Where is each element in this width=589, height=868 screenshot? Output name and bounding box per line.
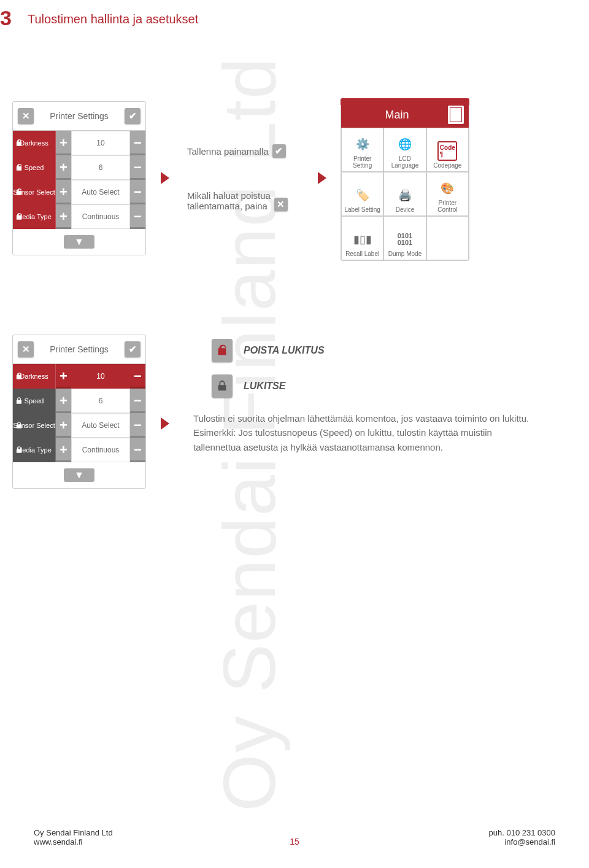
plus-button[interactable]: + xyxy=(56,131,71,155)
instruction-line2: tallentamatta, paina xyxy=(187,201,271,211)
close-icon xyxy=(274,198,288,211)
tile-device[interactable]: 🖨️Device xyxy=(383,172,426,216)
label-text: Darkness xyxy=(20,373,48,380)
device-icon: 🖨️ xyxy=(395,185,415,205)
setting-value: 10 xyxy=(71,131,130,155)
plus-button[interactable]: + xyxy=(56,155,71,180)
tile-dump-mode[interactable]: 01010101Dump Mode xyxy=(383,216,426,260)
printer-settings-panel-1: Printer Settings Darkness + 10 − Speed +… xyxy=(12,101,146,255)
main-menu-panel: Main ⚙️Printer Setting 🌐LCD Language Cod… xyxy=(341,101,469,261)
barcode-icon: ▮▯▮ xyxy=(353,230,372,249)
setting-value: Continuous xyxy=(71,438,130,462)
page-number: 15 xyxy=(290,837,299,847)
section-number: 3 xyxy=(0,6,12,30)
instruction-line1: Mikäli haluat poistua xyxy=(187,190,271,201)
lock-indicator: LUKITSE xyxy=(212,374,285,398)
tile-printer-setting[interactable]: ⚙️Printer Setting xyxy=(341,128,383,172)
plus-button[interactable]: + xyxy=(56,180,71,204)
minus-button[interactable]: − xyxy=(130,364,145,389)
label-text: Darkness xyxy=(20,139,48,147)
tile-label: Dump Mode xyxy=(388,250,422,257)
confirm-button[interactable] xyxy=(125,341,141,357)
main-title: Main xyxy=(346,109,448,122)
color-wheel-icon: 🎨 xyxy=(437,179,457,198)
confirm-button[interactable] xyxy=(125,108,141,124)
explanation-text: Tulostin ei suorita ohjelman lähettämää … xyxy=(193,411,540,454)
minus-button[interactable]: − xyxy=(130,155,145,180)
close-button[interactable] xyxy=(18,341,34,357)
gear-globe-icon: ⚙️ xyxy=(353,134,372,154)
plus-button[interactable]: + xyxy=(56,389,71,413)
panel-title: Printer Settings xyxy=(34,344,125,354)
barcode-icon: 🏷️ xyxy=(353,185,372,205)
lock-label: LUKITSE xyxy=(244,381,285,392)
arrow-right-icon xyxy=(318,172,326,184)
plus-button[interactable]: + xyxy=(56,413,71,438)
tile-label-setting[interactable]: 🏷️Label Setting xyxy=(341,172,383,216)
setting-row-darkness: Darkness + 10 − xyxy=(13,131,145,155)
unlock-icon xyxy=(15,188,23,196)
plus-button[interactable]: + xyxy=(56,364,71,389)
tile-printer-control[interactable]: 🎨Printer Control xyxy=(426,172,469,216)
setting-label: Sensor Select xyxy=(13,413,56,438)
setting-value: 6 xyxy=(71,389,130,413)
lock-card xyxy=(212,374,233,398)
setting-label: Media Type xyxy=(13,204,56,229)
code-icon: Code¶ xyxy=(437,141,457,161)
label-text: Speed xyxy=(25,397,44,405)
instruction-text: Tallenna painamalla xyxy=(187,146,269,157)
lock-icon xyxy=(15,421,23,430)
binary-icon: 01010101 xyxy=(395,230,415,249)
minus-button[interactable]: − xyxy=(130,438,145,462)
plus-button[interactable]: + xyxy=(56,438,71,462)
tile-recall-label[interactable]: ▮▯▮Recall Label xyxy=(341,216,383,260)
main-header: Main xyxy=(341,102,469,128)
tile-lcd-language[interactable]: 🌐LCD Language xyxy=(383,128,426,172)
unlock-label: POISTA LUKITUS xyxy=(244,345,325,356)
setting-value: 6 xyxy=(71,155,130,180)
minus-button[interactable]: − xyxy=(130,204,145,229)
setting-value: Auto Select xyxy=(71,413,130,438)
setting-value: 10 xyxy=(71,364,130,389)
setting-label: Speed xyxy=(13,389,56,413)
minus-button[interactable]: − xyxy=(130,131,145,155)
plus-button[interactable]: + xyxy=(56,204,71,229)
setting-label: Speed xyxy=(13,155,56,180)
setting-row-media: Media Type + Continuous − xyxy=(13,438,145,462)
tile-label: Codepage xyxy=(433,162,461,169)
scroll-down-button[interactable] xyxy=(64,235,94,249)
setting-row-media: Media Type + Continuous − xyxy=(13,204,145,229)
tile-label: Label Setting xyxy=(344,206,380,213)
setting-row-speed: Speed + 6 − xyxy=(13,155,145,180)
setting-row-sensor: Sensor Select + Auto Select − xyxy=(13,413,145,438)
close-button[interactable] xyxy=(18,108,34,124)
minus-button[interactable]: − xyxy=(130,180,145,204)
arrow-right-icon xyxy=(161,172,169,184)
minus-button[interactable]: − xyxy=(130,389,145,413)
globe-icon: 🌐 xyxy=(395,134,415,154)
tile-empty xyxy=(426,216,469,260)
panel-footer xyxy=(13,462,145,488)
cancel-instruction: Mikäli haluat poistua tallentamatta, pai… xyxy=(187,190,288,211)
tile-label: Device xyxy=(396,206,415,213)
printer-settings-panel-2: Printer Settings Darkness + 10 − Speed +… xyxy=(12,335,146,489)
check-icon xyxy=(272,144,286,158)
tile-codepage[interactable]: Code¶Codepage xyxy=(426,128,469,172)
unlock-icon xyxy=(15,163,23,172)
setting-row-speed: Speed + 6 − xyxy=(13,389,145,413)
setting-row-sensor: Sensor Select + Auto Select − xyxy=(13,180,145,204)
lock-icon xyxy=(15,397,23,405)
setting-label: Darkness xyxy=(13,364,56,389)
unlock-icon xyxy=(15,212,23,221)
setting-label: Darkness xyxy=(13,131,56,155)
save-instruction: Tallenna painamalla xyxy=(187,144,286,158)
printer-icon xyxy=(448,106,464,124)
page-footer: Oy Sendai Finland Ltd www.sendai.fi 15 p… xyxy=(0,828,589,847)
scroll-down-button[interactable] xyxy=(64,468,94,482)
unlock-icon xyxy=(15,372,23,381)
setting-row-darkness: Darkness + 10 − xyxy=(13,364,145,389)
minus-button[interactable]: − xyxy=(130,413,145,438)
setting-value: Auto Select xyxy=(71,180,130,204)
unlock-card xyxy=(212,339,233,362)
panel-title: Printer Settings xyxy=(34,111,125,121)
